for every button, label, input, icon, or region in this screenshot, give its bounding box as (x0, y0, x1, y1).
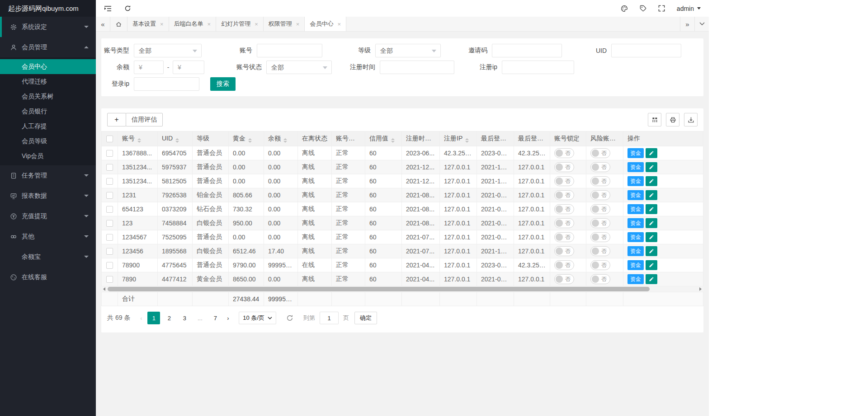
export-button[interactable] (684, 113, 698, 126)
risk-toggle[interactable]: 否 (590, 246, 610, 256)
balance-min-input[interactable] (134, 61, 164, 74)
row-checkbox[interactable] (106, 220, 113, 227)
search-button[interactable]: 搜索 (210, 77, 236, 91)
row-checkbox[interactable] (106, 262, 113, 269)
collapse-sidebar-icon[interactable] (104, 5, 112, 12)
column-header-gold[interactable]: 黄金 (229, 131, 264, 146)
page-size-select[interactable]: 10 条/页 (239, 312, 276, 324)
fund-button[interactable]: 资金 (627, 176, 644, 186)
account-type-select[interactable]: 全部 (134, 44, 202, 57)
column-header-account[interactable]: 账号 (118, 131, 158, 146)
column-header-balance[interactable]: 余额 (264, 131, 298, 146)
fund-button[interactable]: 资金 (627, 274, 644, 284)
account-input[interactable] (257, 44, 322, 57)
tab-basic-settings[interactable]: 基本设置× (127, 17, 169, 31)
row-checkbox[interactable] (106, 276, 113, 283)
edit-button[interactable] (646, 190, 657, 200)
risk-toggle[interactable]: 否 (590, 204, 610, 214)
fund-button[interactable]: 资金 (627, 204, 644, 214)
edit-button[interactable] (646, 232, 657, 242)
invite-code-input[interactable] (492, 44, 562, 57)
risk-toggle[interactable]: 否 (590, 148, 610, 158)
goto-page-input[interactable] (320, 312, 339, 324)
sidebar-item-manual-deposit[interactable]: 人工存提 (0, 119, 96, 134)
edit-button[interactable] (646, 204, 657, 214)
row-checkbox[interactable] (106, 206, 113, 213)
row-checkbox[interactable] (106, 248, 113, 255)
risk-toggle[interactable]: 否 (590, 176, 610, 186)
locked-toggle[interactable]: 否 (554, 274, 574, 284)
close-tab-icon[interactable]: × (296, 21, 300, 28)
page-button-2[interactable]: 2 (163, 312, 175, 324)
column-header-status[interactable]: 账号状态.. (332, 131, 365, 146)
edit-button[interactable] (646, 162, 657, 172)
print-button[interactable] (666, 113, 679, 126)
edit-button[interactable] (646, 260, 657, 270)
balance-max-input[interactable] (173, 61, 204, 74)
column-header-uid[interactable]: UID (158, 131, 193, 146)
horizontal-scrollbar[interactable] (101, 286, 703, 292)
scroll-right-arrow[interactable] (698, 286, 703, 292)
tab-permission-management[interactable]: 权限管理× (264, 17, 305, 31)
risk-toggle[interactable]: 否 (590, 260, 610, 270)
tag-icon[interactable] (640, 5, 646, 12)
fund-button[interactable]: 资金 (627, 218, 644, 228)
risk-toggle[interactable]: 否 (590, 162, 610, 172)
edit-button[interactable] (646, 246, 657, 256)
sort-icon[interactable] (248, 138, 252, 143)
edit-button[interactable] (646, 274, 657, 284)
risk-toggle[interactable]: 否 (590, 232, 610, 242)
column-header-credit[interactable]: 信用值 (365, 131, 402, 146)
sort-icon[interactable] (391, 138, 395, 143)
reg-time-input[interactable] (380, 61, 454, 74)
refresh-icon[interactable] (124, 5, 131, 12)
close-tab-icon[interactable]: × (160, 21, 164, 28)
reg-ip-input[interactable] (502, 61, 574, 74)
sort-icon[interactable] (137, 138, 141, 143)
close-tab-icon[interactable]: × (208, 21, 211, 28)
theme-palette-icon[interactable] (621, 5, 628, 12)
sidebar-item-member-management[interactable]: 会员管理 (0, 37, 96, 57)
fund-button[interactable]: 资金 (627, 260, 644, 270)
edit-button[interactable] (646, 148, 657, 158)
tab-backend-whitelist[interactable]: 后端白名单× (169, 17, 217, 31)
add-member-button[interactable]: + (107, 113, 126, 126)
close-tab-icon[interactable]: × (337, 21, 341, 28)
locked-toggle[interactable]: 否 (554, 232, 574, 242)
sidebar-item-member-tree[interactable]: 会员关系树 (0, 89, 96, 104)
confirm-button[interactable]: 确定 (354, 312, 377, 324)
account-status-select[interactable]: 全部 (266, 61, 332, 74)
row-checkbox[interactable] (106, 234, 113, 241)
locked-toggle[interactable]: 否 (554, 162, 574, 172)
sort-icon[interactable] (175, 138, 179, 143)
fullscreen-icon[interactable] (658, 5, 665, 12)
locked-toggle[interactable]: 否 (554, 148, 574, 158)
fund-button[interactable]: 资金 (627, 246, 644, 256)
row-checkbox[interactable] (106, 192, 113, 199)
locked-toggle[interactable]: 否 (554, 204, 574, 214)
column-header-last_ip[interactable]: 最后登录... (514, 131, 550, 146)
locked-toggle[interactable]: 否 (554, 246, 574, 256)
tab-member-center[interactable]: 会员中心× (305, 17, 346, 31)
risk-toggle[interactable]: 否 (590, 218, 610, 228)
column-header-risk[interactable]: 风险账号.. (586, 131, 623, 146)
sidebar-item-system-settings[interactable]: 系统设定 (0, 17, 96, 37)
row-checkbox[interactable] (106, 178, 113, 185)
page-button-7[interactable]: 7 (209, 312, 222, 324)
column-header-reg_ip[interactable]: 注册IP (440, 131, 477, 146)
sort-icon[interactable] (283, 138, 287, 143)
risk-toggle[interactable]: 否 (590, 190, 610, 200)
sidebar-item-recharge-withdraw[interactable]: 充值提现 (0, 206, 96, 226)
sidebar-item-yuebao[interactable]: 余额宝 (0, 247, 96, 267)
user-menu[interactable]: admin (677, 5, 701, 12)
refresh-table-icon[interactable] (286, 314, 293, 322)
close-tab-icon[interactable]: × (255, 21, 258, 28)
fund-button[interactable]: 资金 (627, 162, 644, 172)
page-button-3[interactable]: 3 (178, 312, 191, 324)
sidebar-item-vip-member[interactable]: Vip会员 (0, 149, 96, 164)
sidebar-item-task-management[interactable]: 任务管理 (0, 165, 96, 186)
edit-button[interactable] (646, 176, 657, 186)
select-all-checkbox[interactable] (106, 136, 113, 142)
uid-input[interactable] (611, 44, 681, 57)
tab-slideshow-management[interactable]: 幻灯片管理× (216, 17, 264, 31)
